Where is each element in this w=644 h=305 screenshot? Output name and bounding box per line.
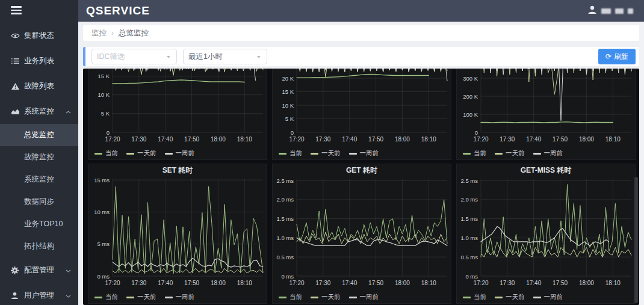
- chart-plot-0[interactable]: 05 K10 K15 K17:2017:3017:4017:5018:0018:…: [88, 69, 268, 147]
- svg-text:15 ms: 15 ms: [94, 177, 110, 183]
- chart-icon: [11, 108, 24, 115]
- svg-text:18:10: 18:10: [421, 136, 436, 143]
- sidebar-subitem-3[interactable]: 数据同步: [0, 191, 78, 213]
- sidebar-subitem-label: 业务TOP10: [24, 219, 63, 229]
- sidebar-item-gear[interactable]: 配置管理: [0, 257, 78, 283]
- legend-item-1[interactable]: 一天前: [311, 149, 341, 158]
- legend-item-2[interactable]: 一周前: [349, 293, 379, 301]
- sidebar-subitem-5[interactable]: 拓扑结构: [0, 235, 78, 257]
- svg-text:18:10: 18:10: [421, 280, 436, 286]
- eye-icon: [11, 32, 24, 39]
- svg-text:18:00: 18:00: [395, 280, 410, 286]
- legend-mark-icon: [463, 297, 471, 298]
- sidebar-item-user[interactable]: 用户管理: [0, 283, 78, 305]
- legend-item-1[interactable]: 一天前: [495, 149, 525, 158]
- page-scrollbar[interactable]: [639, 22, 644, 305]
- legend-mark-icon: [495, 297, 503, 298]
- legend-mark-icon: [495, 153, 503, 155]
- chart-plot-5[interactable]: 0 ms0.5 ms1.0 ms1.5 ms2.0 ms2.5 ms17:201…: [457, 175, 636, 291]
- legend-label: 当前: [474, 149, 486, 158]
- breadcrumb: 监控 › 总览监控: [83, 25, 639, 41]
- main-content: 监控 › 总览监控 IDC筛选 ▼ 最近1小时 ▼ ⟳ 刷新 05 K10 K1…: [78, 22, 644, 305]
- chart-legend: 当前一天前一周前: [273, 291, 451, 304]
- charts-scrollbar[interactable]: [634, 177, 638, 303]
- svg-text:10 K: 10 K: [98, 91, 110, 98]
- legend-label: 一周前: [544, 293, 563, 301]
- svg-text:200 K: 200 K: [463, 93, 478, 100]
- svg-text:5 K: 5 K: [285, 116, 294, 122]
- sidebar-subitem-4[interactable]: 业务TOP10: [0, 213, 78, 235]
- idc-filter-select[interactable]: IDC筛选 ▼: [91, 49, 177, 64]
- legend-item-2[interactable]: 一周前: [165, 149, 195, 158]
- svg-text:18:00: 18:00: [211, 136, 226, 143]
- legend-item-1[interactable]: 一天前: [495, 293, 525, 301]
- legend-item-2[interactable]: 一周前: [349, 149, 379, 158]
- svg-text:18:00: 18:00: [395, 136, 410, 143]
- sidebar-subitem-1[interactable]: 故障监控: [0, 146, 78, 168]
- sidebar-item-eye[interactable]: 集群状态: [0, 23, 78, 48]
- time-range-value: 最近1小时: [188, 52, 252, 62]
- sidebar-subitem-2[interactable]: 系统监控: [0, 168, 78, 191]
- breadcrumb-link-monitor[interactable]: 监控: [91, 28, 107, 39]
- svg-text:17:20: 17:20: [105, 136, 120, 143]
- legend-item-2[interactable]: 一周前: [165, 293, 195, 301]
- sidebar-item-label: 集群状态: [24, 31, 54, 41]
- svg-text:17:40: 17:40: [158, 280, 173, 286]
- refresh-label: 刷新: [614, 52, 628, 62]
- svg-text:0.5 ms: 0.5 ms: [276, 254, 294, 260]
- user-menu[interactable]: [587, 5, 644, 17]
- legend-item-1[interactable]: 一天前: [311, 293, 341, 301]
- svg-text:2.0 ms: 2.0 ms: [460, 196, 478, 203]
- time-range-select[interactable]: 最近1小时 ▼: [183, 49, 267, 64]
- svg-text:17:50: 17:50: [553, 136, 568, 143]
- legend-label: 一天前: [137, 149, 156, 158]
- legend-item-2[interactable]: 一周前: [533, 149, 563, 158]
- chevron-down-icon: [66, 291, 71, 300]
- chart-panel-2: 0100 K200 K300 K17:2017:3017:4017:5018:0…: [456, 69, 636, 160]
- sidebar-item-alert[interactable]: 故障列表: [0, 73, 78, 99]
- svg-text:2.5 ms: 2.5 ms: [460, 177, 478, 184]
- svg-text:17:40: 17:40: [342, 280, 357, 286]
- legend-item-0[interactable]: 当前: [279, 149, 302, 158]
- sidebar: 集群状态业务列表故障列表系统监控总览监控故障监控系统监控数据同步业务TOP10拓…: [0, 0, 78, 305]
- svg-text:17:20: 17:20: [105, 280, 120, 286]
- sidebar-item-list[interactable]: 业务列表: [0, 48, 78, 73]
- chart-panel-0: 05 K10 K15 K17:2017:3017:4017:5018:0018:…: [88, 69, 267, 160]
- svg-text:17:40: 17:40: [158, 136, 173, 143]
- legend-label: 一周前: [176, 149, 195, 158]
- legend-label: 一周前: [360, 149, 379, 158]
- chart-plot-1[interactable]: 05 K10 K15 K20 K17:2017:3017:4017:5018:0…: [273, 69, 452, 147]
- legend-item-1[interactable]: 一天前: [126, 293, 156, 301]
- legend-item-0[interactable]: 当前: [463, 293, 486, 301]
- svg-text:2.0 ms: 2.0 ms: [276, 196, 294, 203]
- legend-mark-icon: [126, 297, 134, 298]
- sidebar-subitem-0[interactable]: 总览监控: [0, 124, 78, 146]
- charts-container: 05 K10 K15 K17:2017:3017:4017:5018:0018:…: [83, 69, 639, 305]
- svg-text:0 ms: 0 ms: [97, 273, 110, 280]
- breadcrumb-separator: ›: [111, 29, 114, 37]
- chart-plot-2[interactable]: 0100 K200 K300 K17:2017:3017:4017:5018:0…: [457, 69, 636, 147]
- svg-text:17:50: 17:50: [184, 136, 199, 143]
- chart-plot-3[interactable]: 0 ms5 ms10 ms15 ms17:2017:3017:4017:5018…: [88, 175, 268, 291]
- legend-item-2[interactable]: 一周前: [533, 293, 563, 301]
- refresh-icon: ⟳: [605, 53, 611, 60]
- legend-item-1[interactable]: 一天前: [126, 149, 156, 158]
- legend-item-0[interactable]: 当前: [463, 149, 486, 158]
- chevron-down-icon: ▼: [166, 54, 172, 59]
- sidebar-item-chart[interactable]: 系统监控: [0, 99, 78, 124]
- svg-text:10 K: 10 K: [282, 102, 294, 109]
- svg-text:17:30: 17:30: [500, 280, 515, 286]
- legend-item-0[interactable]: 当前: [279, 293, 302, 301]
- svg-text:17:20: 17:20: [473, 136, 488, 143]
- svg-text:0: 0: [107, 129, 110, 136]
- legend-label: 当前: [289, 149, 302, 158]
- svg-text:17:50: 17:50: [368, 280, 383, 286]
- user-name-redacted: [615, 8, 624, 14]
- legend-item-0[interactable]: 当前: [94, 293, 118, 301]
- user-icon: [587, 5, 597, 17]
- menu-toggle-icon[interactable]: [0, 0, 78, 23]
- legend-item-0[interactable]: 当前: [94, 149, 118, 158]
- chart-plot-4[interactable]: 0 ms0.5 ms1.0 ms1.5 ms2.0 ms2.5 ms17:201…: [273, 175, 452, 291]
- svg-text:15 K: 15 K: [98, 73, 110, 79]
- refresh-button[interactable]: ⟳ 刷新: [598, 49, 636, 64]
